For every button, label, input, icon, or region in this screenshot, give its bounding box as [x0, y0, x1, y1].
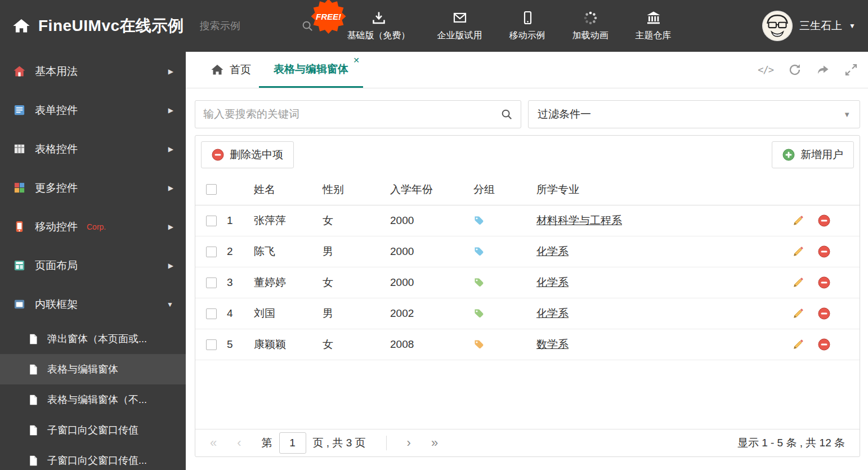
sidebar-item-grid-controls[interactable]: 表格控件 ▶: [0, 129, 186, 168]
sidebar-subitem-label: 表格与编辑窗体: [47, 362, 118, 376]
cell-major: 材料科学与工程系: [536, 213, 790, 228]
cell-row-number: 1: [227, 214, 254, 227]
search-icon[interactable]: [500, 108, 513, 120]
edit-button[interactable]: [792, 276, 804, 289]
edit-button[interactable]: [792, 214, 804, 227]
sidebar-item-page-layout[interactable]: 页面布局 ▶: [0, 246, 186, 285]
row-checkbox[interactable]: [206, 247, 217, 257]
sidebar-subitem-popup-window[interactable]: 弹出窗体（本页面或...: [0, 324, 186, 354]
filter-dropdown[interactable]: 过滤条件一 ▼: [528, 100, 860, 128]
next-page-button[interactable]: ›: [407, 437, 411, 449]
prev-page-button[interactable]: ‹: [237, 437, 241, 449]
sidebar-item-label: 更多控件: [35, 181, 78, 195]
column-header-group[interactable]: 分组: [473, 182, 536, 197]
cell-gender: 女: [323, 337, 390, 352]
major-link[interactable]: 化学系: [536, 276, 569, 288]
checkbox-cell: [195, 308, 227, 319]
chevron-right-icon: ▶: [168, 223, 173, 231]
keyword-search-box: [195, 100, 521, 128]
column-header-gender[interactable]: 性别: [323, 182, 390, 197]
row-checkbox[interactable]: [206, 216, 217, 226]
last-page-button[interactable]: »: [431, 437, 438, 449]
tag-icon: [473, 246, 485, 257]
sidebar-subitem-grid-edit-window-2[interactable]: 表格与编辑窗体（不...: [0, 384, 186, 415]
page-number-input[interactable]: [279, 432, 306, 454]
delete-selected-button[interactable]: 删除选中项: [201, 141, 294, 168]
major-link[interactable]: 数学系: [536, 338, 569, 350]
chevron-right-icon: ▶: [168, 145, 173, 153]
sidebar-item-mobile-controls[interactable]: 移动控件 Corp. ▶: [0, 207, 186, 246]
pencil-icon: [792, 245, 804, 258]
cell-year: 2000: [390, 214, 473, 227]
row-checkbox[interactable]: [206, 277, 217, 288]
sidebar-subitem-label: 子窗口向父窗口传值...: [47, 454, 147, 467]
keyword-search-input[interactable]: [203, 108, 500, 120]
add-user-button[interactable]: 新增用户: [772, 141, 854, 168]
sidebar-subitem-child-to-parent-2[interactable]: 子窗口向父窗口传值...: [0, 445, 186, 470]
delete-button[interactable]: [818, 214, 830, 227]
sidebar-item-more-controls[interactable]: 更多控件 ▶: [0, 168, 186, 207]
sidebar-item-label: 表单控件: [35, 103, 78, 118]
checkbox-cell: [195, 339, 227, 350]
tab-grid-edit-window[interactable]: 表格与编辑窗体 ✕: [259, 52, 363, 88]
corp-badge: Corp.: [87, 222, 106, 231]
cell-gender: 女: [323, 213, 390, 228]
filter-dropdown-value: 过滤条件一: [538, 107, 591, 122]
edit-button[interactable]: [792, 338, 804, 351]
major-link[interactable]: 化学系: [536, 307, 569, 319]
delete-button[interactable]: [818, 338, 830, 351]
tab-label: 首页: [230, 62, 251, 77]
column-header-year[interactable]: 入学年份: [390, 182, 473, 197]
nav-basic-free[interactable]: FREE! 基础版（免费）: [334, 10, 424, 42]
nav-mobile-demo[interactable]: 移动示例: [496, 10, 559, 42]
select-all-checkbox[interactable]: [206, 184, 217, 195]
delete-button[interactable]: [818, 245, 830, 258]
nav-enterprise-trial[interactable]: 企业版试用: [424, 10, 496, 42]
first-page-button[interactable]: «: [210, 437, 217, 449]
pencil-icon: [792, 307, 804, 320]
header-search[interactable]: [200, 20, 314, 32]
cell-actions: [790, 245, 860, 258]
major-link[interactable]: 化学系: [536, 245, 569, 257]
table-header-row: 姓名 性别 入学年份 分组 所学专业: [195, 174, 860, 205]
source-code-icon[interactable]: </>: [758, 64, 773, 75]
filter-row: 过滤条件一 ▼: [195, 100, 860, 128]
pencil-icon: [792, 214, 804, 227]
brand[interactable]: FineUIMvc在线示例: [12, 15, 184, 37]
sidebar-item-inline-frame[interactable]: 内联框架 ▼: [0, 285, 186, 324]
page-suffix: 页 , 共 3 页: [313, 436, 366, 450]
expand-icon[interactable]: [844, 63, 858, 77]
sidebar-subitem-child-to-parent[interactable]: 子窗口向父窗口传值: [0, 415, 186, 445]
edit-button[interactable]: [792, 307, 804, 320]
nav-label: 加载动画: [572, 30, 609, 42]
tab-home[interactable]: 首页: [203, 52, 259, 88]
table-row: 5 康颖颖 女 2008 数学系: [195, 329, 860, 360]
edit-button[interactable]: [792, 245, 804, 258]
nav-theme-repo[interactable]: 主题仓库: [622, 10, 685, 42]
share-icon[interactable]: [816, 63, 830, 77]
sidebar-item-form-controls[interactable]: 表单控件 ▶: [0, 91, 186, 129]
user-menu[interactable]: 三生石上 ▼: [762, 11, 856, 41]
major-link[interactable]: 材料科学与工程系: [536, 214, 622, 226]
column-header-name[interactable]: 姓名: [254, 182, 323, 197]
row-checkbox[interactable]: [206, 339, 217, 350]
table-row: 4 刘国 男 2002 化学系: [195, 298, 860, 329]
row-checkbox[interactable]: [206, 308, 217, 319]
house-icon: [12, 65, 26, 78]
pencil-icon: [792, 276, 804, 289]
pager-summary: 显示 1 - 5 条 , 共 12 条: [737, 436, 845, 450]
delete-button[interactable]: [818, 276, 830, 289]
table-row: 1 张萍萍 女 2000 材料科学与工程系: [195, 205, 860, 236]
nav-loading-animation[interactable]: 加载动画: [559, 10, 622, 42]
header-search-input[interactable]: [200, 20, 267, 32]
column-header-major[interactable]: 所学专业: [536, 182, 790, 197]
delete-button[interactable]: [818, 307, 830, 320]
sidebar-item-basic-usage[interactable]: 基本用法 ▶: [0, 52, 186, 91]
refresh-icon[interactable]: [788, 63, 802, 77]
cell-row-number: 3: [227, 276, 254, 289]
close-icon[interactable]: ✕: [353, 56, 360, 65]
cell-year: 2000: [390, 276, 473, 289]
sidebar-subitem-grid-edit-window[interactable]: 表格与编辑窗体: [0, 354, 186, 384]
sidebar: 基本用法 ▶ 表单控件 ▶ 表格控件 ▶ 更多: [0, 52, 186, 470]
cell-major: 数学系: [536, 337, 790, 352]
